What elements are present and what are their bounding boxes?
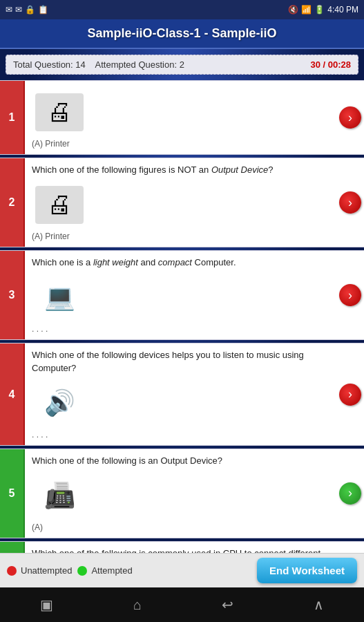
arrow-circle-icon[interactable]: ›	[339, 191, 361, 214]
question-content: Which one is a light weight and compact …	[25, 251, 336, 339]
question-text: Which one of the following devices helps…	[32, 349, 329, 374]
question-content: Which one of the following devices helps…	[25, 343, 336, 444]
list-item: 3 Which one is a light weight and compac…	[0, 250, 364, 340]
list-item: 1 (A) Printer ›	[0, 80, 364, 155]
option-text: (A)	[32, 522, 329, 532]
page-header: Sample-iiO-Class-1 - Sample-iiO	[0, 19, 364, 49]
list-item: 4 Which one of the following devices hel…	[0, 343, 364, 445]
question-image	[32, 180, 87, 229]
status-bar: ✉ ✉ 🔒 📋 🔇 📶 🔋 4:40 PM	[0, 0, 364, 19]
question-number: 5	[0, 449, 25, 538]
arrow-circle-icon[interactable]: ›	[339, 384, 361, 406]
mail-icon: ✉	[15, 5, 22, 15]
mute-icon: 🔇	[288, 5, 298, 15]
list-item: 2 Which one of the following figures is …	[0, 158, 364, 247]
question-text: Which one of the following is an Output …	[32, 455, 329, 467]
attempted-question-label: Attempted Question:	[95, 59, 178, 70]
arrow-circle-icon[interactable]: ›	[339, 482, 361, 505]
arrow-circle-icon[interactable]: ›	[339, 106, 361, 129]
menu-icon[interactable]: ∧	[314, 596, 324, 613]
score-timer: 30 / 00:28	[310, 59, 351, 70]
unattempted-label: Unattempted	[21, 565, 72, 576]
clipboard-icon: 📋	[38, 5, 48, 15]
battery-icon: 🔋	[314, 5, 325, 15]
arrow-circle-icon[interactable]: ›	[339, 284, 361, 306]
status-left-icons: ✉ ✉ 🔒 📋	[6, 5, 48, 15]
scanner-image	[35, 476, 84, 514]
option-text: . . . .	[32, 430, 329, 440]
signal-icon: 📶	[301, 5, 312, 15]
next-arrow-button[interactable]: ›	[336, 251, 364, 339]
laptop-image	[35, 279, 84, 317]
unattempted-legend: Unattempted	[7, 565, 72, 576]
total-question-count: 14	[75, 59, 85, 70]
attempted-legend: Attempted	[77, 565, 132, 576]
attempted-label: Attempted	[91, 565, 132, 576]
list-item: 5 Which one of the following is an Outpu…	[0, 449, 364, 538]
question-counts: Total Question: 14 Attempted Question: 2	[13, 59, 184, 70]
lock-icon: 🔒	[25, 5, 35, 15]
question-number: 2	[0, 158, 25, 247]
printer-image	[35, 93, 84, 131]
option-text: (A) Printer	[32, 232, 329, 241]
back-icon[interactable]: ↩	[222, 596, 233, 613]
question-image	[32, 273, 87, 321]
question-number: 1	[0, 81, 25, 154]
option-text: . . . .	[32, 324, 329, 334]
next-arrow-button[interactable]: ›	[336, 81, 364, 154]
home-icon[interactable]: ⌂	[133, 597, 142, 613]
option-text: (A) Printer	[32, 139, 329, 149]
question-number: 3	[0, 251, 25, 339]
end-worksheet-button[interactable]: End Worksheet	[257, 558, 357, 583]
question-image	[32, 88, 87, 136]
question-content: (A) Printer	[25, 81, 336, 154]
question-content: Which one of the following is an Output …	[25, 449, 336, 538]
time-display: 4:40 PM	[327, 5, 358, 15]
question-number: 4	[0, 343, 25, 444]
total-question-label: Total Question:	[13, 59, 73, 70]
printer-image	[35, 186, 84, 224]
attempted-dot	[77, 566, 87, 576]
question-text: Which one of the following figures is NO…	[32, 164, 329, 176]
next-arrow-button[interactable]: ›	[336, 343, 364, 444]
next-arrow-button[interactable]: ›	[336, 449, 364, 538]
android-nav-bar: ▣ ⌂ ↩ ∧	[0, 587, 364, 622]
sim-icon: ✉	[6, 5, 12, 15]
info-bar: Total Question: 14 Attempted Question: 2…	[6, 55, 358, 75]
question-text: Which one is a light weight and compact …	[32, 256, 329, 269]
page-title: Sample-iiO-Class-1 - Sample-iiO	[87, 26, 276, 40]
question-image	[32, 471, 87, 520]
question-image	[32, 379, 87, 427]
question-content: Which one of the following figures is NO…	[25, 158, 336, 247]
questions-list: 1 (A) Printer › 2 Which one of the follo…	[0, 80, 364, 567]
bottom-legend-bar: Unattempted Attempted End Worksheet	[0, 553, 364, 587]
recent-apps-icon[interactable]: ▣	[40, 596, 53, 613]
status-right-icons: 🔇 📶 🔋 4:40 PM	[288, 5, 358, 15]
attempted-question-count: 2	[180, 59, 184, 70]
next-arrow-button[interactable]: ›	[336, 158, 364, 247]
speakers-image	[35, 384, 84, 422]
unattempted-dot	[7, 566, 17, 576]
